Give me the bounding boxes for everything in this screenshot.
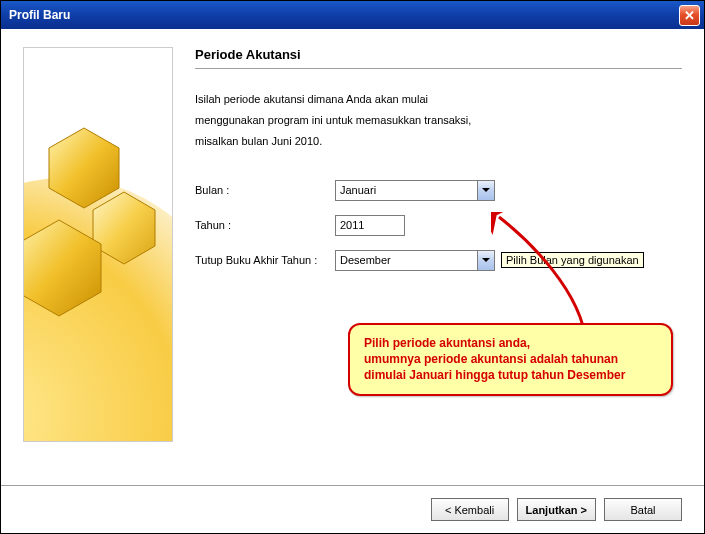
cancel-button[interactable]: Batal [604, 498, 682, 521]
wizard-graphic [23, 47, 173, 442]
dialog-window: Profil Baru ✕ [0, 0, 705, 534]
titlebar: Profil Baru ✕ [1, 1, 704, 29]
tooltip-bulan: Pilih Bulan yang digunakan [501, 252, 644, 268]
label-tahun: Tahun : [195, 219, 335, 231]
row-tahun: Tahun : [195, 215, 682, 236]
button-bar: < Kembali Lanjutkan > Batal [1, 485, 704, 533]
select-bulan-value: Januari [340, 184, 376, 196]
select-bulan[interactable]: Januari [335, 180, 495, 201]
label-bulan: Bulan : [195, 184, 335, 196]
intro-text: Isilah periode akutansi dimana Anda akan… [195, 89, 682, 152]
hexagon-artwork [24, 48, 173, 442]
window-title: Profil Baru [9, 8, 679, 22]
intro-line: misalkan bulan Juni 2010. [195, 131, 682, 152]
callout-line: umumnya periode akuntansi adalah tahunan [364, 351, 657, 367]
chevron-down-icon [477, 251, 494, 270]
intro-line: Isilah periode akutansi dimana Anda akan… [195, 89, 682, 110]
content-area: Periode Akutansi Isilah periode akutansi… [1, 29, 704, 533]
select-tutup-value: Desember [340, 254, 391, 266]
back-button[interactable]: < Kembali [431, 498, 509, 521]
callout-line: dimulai Januari hingga tutup tahun Desem… [364, 367, 657, 383]
chevron-down-icon [477, 181, 494, 200]
label-tutup: Tutup Buku Akhir Tahun : [195, 254, 335, 266]
annotation-callout: Pilih periode akuntansi anda, umumnya pe… [348, 323, 673, 396]
section-heading: Periode Akutansi [195, 47, 682, 69]
next-button[interactable]: Lanjutkan > [517, 498, 596, 521]
select-tutup[interactable]: Desember [335, 250, 495, 271]
callout-line: Pilih periode akuntansi anda, [364, 335, 657, 351]
row-bulan: Bulan : Januari [195, 180, 682, 201]
intro-line: menggunakan program ini untuk memasukkan… [195, 110, 682, 131]
close-button[interactable]: ✕ [679, 5, 700, 26]
input-tahun[interactable] [335, 215, 405, 236]
